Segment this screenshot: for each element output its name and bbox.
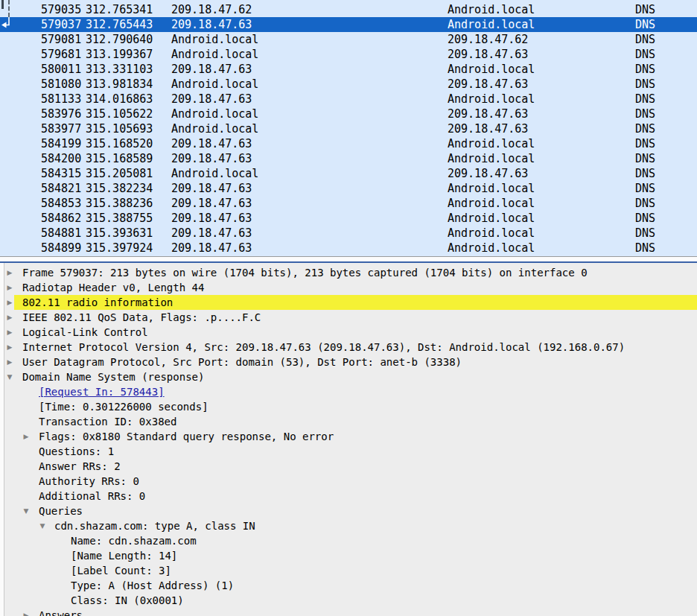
detail-row[interactable]: ▶Radiotap Header v0, Length 44	[0, 280, 697, 295]
detail-text: Type: A (Host Address) (1)	[71, 578, 234, 593]
packet-row[interactable]: 584199315.168520209.18.47.63Android.loca…	[0, 136, 697, 151]
detail-row[interactable]: Authority RRs: 0	[0, 474, 697, 489]
detail-text: User Datagram Protocol, Src Port: domain…	[22, 355, 462, 369]
detail-row[interactable]: ▼Domain Name System (response)	[0, 369, 697, 384]
cell-src: 209.18.47.63	[171, 226, 252, 241]
expander-expanded-icon[interactable]: ▼	[4, 369, 15, 384]
packet-row-selected[interactable]: 579037312.765443209.18.47.63Android.loca…	[0, 17, 697, 32]
detail-text: Authority RRs: 0	[39, 474, 139, 489]
cell-no: 584200	[41, 151, 81, 166]
detail-text: [Time: 0.301226000 seconds]	[39, 399, 209, 414]
cell-dst: Android.local	[448, 2, 535, 17]
detail-text: Internet Protocol Version 4, Src: 209.18…	[22, 340, 625, 355]
cell-time: 313.199367	[86, 47, 153, 62]
detail-row[interactable]: Answer RRs: 2	[0, 459, 697, 474]
packet-row[interactable]: 584853315.388236209.18.47.63Android.loca…	[0, 196, 697, 211]
detail-row[interactable]: ▼Queries	[0, 504, 697, 518]
detail-row[interactable]: Name: cdn.shazam.com	[0, 533, 697, 548]
cell-src: 209.18.47.63	[171, 196, 252, 211]
detail-row[interactable]: ▼cdn.shazam.com: type A, class IN	[0, 518, 697, 533]
cell-time: 312.790640	[86, 32, 153, 47]
expander-collapsed-icon[interactable]: ▶	[21, 608, 31, 616]
request-in-link[interactable]: [Request In: 578443]	[39, 384, 165, 399]
packet-row[interactable]: 583977315.105693Android.local209.18.47.6…	[0, 121, 697, 136]
cell-dst: Android.local	[448, 226, 535, 241]
detail-row[interactable]: ▶Answers	[0, 608, 697, 616]
expander-collapsed-icon[interactable]: ▶	[4, 265, 15, 280]
detail-text: Additional RRs: 0	[39, 489, 145, 504]
detail-text: Flags: 0x8180 Standard query response, N…	[39, 429, 334, 444]
expander-expanded-icon[interactable]: ▼	[37, 518, 48, 533]
cell-time: 312.765341	[86, 2, 153, 17]
packet-row[interactable]: 579681313.199367Android.local209.18.47.6…	[0, 47, 697, 62]
detail-text: Frame 579037: 213 bytes on wire (1704 bi…	[22, 265, 588, 280]
cell-time: 315.388236	[86, 196, 153, 211]
detail-text: Logical-Link Control	[22, 325, 148, 340]
detail-row[interactable]: ▶Logical-Link Control	[0, 325, 697, 340]
expander-collapsed-icon[interactable]: ▶	[4, 340, 15, 355]
related-packet-bracket-tick	[1, 0, 4, 9]
detail-row[interactable]: Additional RRs: 0	[0, 489, 697, 504]
detail-row[interactable]: Class: IN (0x0001)	[0, 593, 697, 608]
packet-row[interactable]: 583976315.105622Android.local209.18.47.6…	[0, 107, 697, 121]
detail-row-highlighted[interactable]: ▶802.11 radio information	[0, 295, 697, 310]
detail-row[interactable]: Questions: 1	[0, 444, 697, 459]
packet-row[interactable]: 581133314.016863209.18.47.63Android.loca…	[0, 92, 697, 107]
detail-row[interactable]: ▶User Datagram Protocol, Src Port: domai…	[0, 355, 697, 369]
cell-no: 584881	[41, 226, 81, 241]
expander-collapsed-icon[interactable]: ▶	[4, 310, 15, 325]
packet-row[interactable]: 580011313.331103209.18.47.63Android.loca…	[0, 62, 697, 77]
cell-src: 209.18.47.63	[171, 151, 252, 166]
detail-row[interactable]: ▶Frame 579037: 213 bytes on wire (1704 b…	[0, 265, 697, 280]
expander-collapsed-icon[interactable]: ▶	[21, 429, 31, 444]
detail-row[interactable]: [Name Length: 14]	[0, 548, 697, 563]
cell-dst: Android.local	[448, 241, 535, 255]
cell-proto: DNS	[635, 166, 655, 181]
detail-row[interactable]: ▶Internet Protocol Version 4, Src: 209.1…	[0, 340, 697, 355]
cell-no: 584199	[41, 136, 81, 151]
packet-row[interactable]: 581080313.981834Android.local209.18.47.6…	[0, 77, 697, 92]
expander-collapsed-icon[interactable]: ▶	[4, 295, 15, 310]
expander-collapsed-icon[interactable]: ▶	[4, 280, 15, 295]
related-packet-dashed-line	[8, 0, 10, 17]
packet-row[interactable]: 579081312.790640Android.local209.18.47.6…	[0, 32, 697, 47]
cell-src: 209.18.47.63	[171, 211, 252, 226]
expander-expanded-icon[interactable]: ▼	[21, 504, 31, 518]
cell-src: 209.18.47.63	[171, 136, 252, 151]
packet-row[interactable]: 584821315.382234209.18.47.63Android.loca…	[0, 181, 697, 196]
cell-dst: Android.local	[448, 92, 535, 107]
cell-proto: DNS	[635, 92, 655, 107]
cell-src: 209.18.47.63	[171, 62, 252, 77]
detail-row[interactable]: Transaction ID: 0x38ed	[0, 414, 697, 429]
packet-row[interactable]: 584881315.393631209.18.47.63Android.loca…	[0, 226, 697, 241]
cell-dst: 209.18.47.63	[448, 166, 528, 181]
cell-no: 583976	[41, 107, 81, 121]
detail-text: Answer RRs: 2	[39, 459, 121, 474]
cell-src: Android.local	[171, 77, 258, 92]
detail-row[interactable]: ▶Flags: 0x8180 Standard query response, …	[0, 429, 697, 444]
cell-no: 583977	[41, 121, 81, 136]
detail-row[interactable]: [Time: 0.301226000 seconds]	[0, 399, 697, 414]
cell-proto: DNS	[635, 77, 655, 92]
cell-no: 579681	[41, 47, 81, 62]
expander-collapsed-icon[interactable]: ▶	[4, 325, 15, 340]
cell-proto: DNS	[635, 121, 655, 136]
pane-splitter[interactable]	[0, 258, 697, 263]
detail-text: [Label Count: 3]	[71, 563, 171, 578]
packet-row[interactable]: 584315315.205081Android.local209.18.47.6…	[0, 166, 697, 181]
packet-row[interactable]: 584862315.388755209.18.47.63Android.loca…	[0, 211, 697, 226]
detail-text: Queries	[39, 504, 83, 518]
cell-src: 209.18.47.63	[171, 17, 252, 32]
packet-row[interactable]: 584899315.397924209.18.47.63Android.loca…	[0, 241, 697, 255]
cell-proto: DNS	[635, 32, 655, 47]
detail-row[interactable]: [Request In: 578443]	[0, 384, 697, 399]
expander-collapsed-icon[interactable]: ▶	[4, 355, 15, 369]
cell-proto: DNS	[635, 196, 655, 211]
detail-row[interactable]: ▶IEEE 802.11 QoS Data, Flags: .p....F.C	[0, 310, 697, 325]
packet-row[interactable]: 584200315.168589209.18.47.63Android.loca…	[0, 151, 697, 166]
detail-row[interactable]: [Label Count: 3]	[0, 563, 697, 578]
packet-row[interactable]: 579035312.765341209.18.47.62Android.loca…	[0, 2, 697, 17]
cell-proto: DNS	[635, 107, 655, 121]
detail-text: [Name Length: 14]	[71, 548, 177, 563]
detail-row[interactable]: Type: A (Host Address) (1)	[0, 578, 697, 593]
